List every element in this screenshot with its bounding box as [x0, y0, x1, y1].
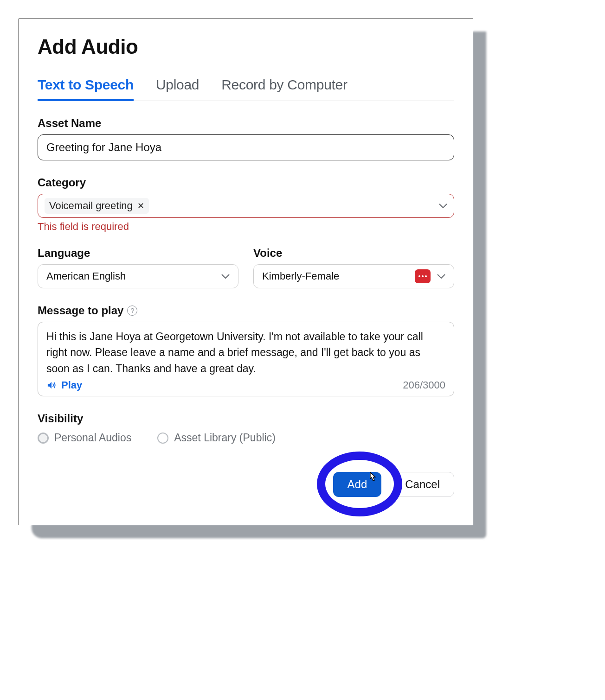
tab-text-to-speech[interactable]: Text to Speech	[38, 77, 134, 101]
message-box: Hi this is Jane Hoya at Georgetown Unive…	[38, 322, 454, 397]
category-label: Category	[38, 176, 454, 189]
play-label: Play	[61, 379, 82, 391]
radio-label: Asset Library (Public)	[174, 432, 276, 444]
radio-label: Personal Audios	[54, 432, 131, 444]
char-counter: 206/3000	[403, 379, 445, 391]
add-audio-modal: Add Audio Text to Speech Upload Record b…	[19, 19, 473, 525]
category-chip-label: Voicemail greeting	[49, 200, 133, 212]
radio-personal-audios[interactable]: Personal Audios	[38, 432, 131, 444]
category-error: This field is required	[38, 221, 454, 233]
play-button[interactable]: Play	[46, 379, 82, 391]
tab-record-by-computer[interactable]: Record by Computer	[221, 77, 347, 101]
message-label: Message to play ?	[38, 304, 454, 317]
voice-label: Voice	[253, 247, 454, 260]
help-icon[interactable]: ?	[127, 305, 137, 316]
voice-select[interactable]: Kimberly-Female	[253, 264, 454, 288]
tabs: Text to Speech Upload Record by Computer	[38, 77, 454, 101]
message-textarea[interactable]: Hi this is Jane Hoya at Georgetown Unive…	[46, 329, 445, 377]
category-select[interactable]: Voicemail greeting ✕	[38, 194, 454, 218]
voice-value: Kimberly-Female	[262, 270, 339, 282]
speaker-icon	[46, 381, 57, 389]
cancel-button[interactable]: Cancel	[391, 472, 454, 497]
add-button[interactable]: Add	[333, 472, 382, 497]
language-label: Language	[38, 247, 238, 260]
modal-title: Add Audio	[38, 35, 454, 58]
language-value: American English	[46, 270, 126, 282]
visibility-label: Visibility	[38, 412, 454, 425]
asset-name-label: Asset Name	[38, 117, 454, 130]
voice-options-icon[interactable]	[415, 269, 431, 283]
action-row: Add Cancel	[38, 472, 454, 497]
category-chip: Voicemail greeting ✕	[45, 198, 149, 214]
radio-asset-library[interactable]: Asset Library (Public)	[157, 432, 276, 444]
chevron-down-icon	[437, 274, 445, 279]
chevron-down-icon	[221, 274, 230, 279]
remove-chip-icon[interactable]: ✕	[137, 201, 144, 211]
asset-name-input[interactable]	[38, 134, 454, 160]
radio-icon	[157, 433, 168, 444]
language-select[interactable]: American English	[38, 264, 238, 288]
chevron-down-icon	[439, 204, 447, 208]
radio-icon	[38, 433, 49, 444]
tab-upload[interactable]: Upload	[156, 77, 199, 101]
